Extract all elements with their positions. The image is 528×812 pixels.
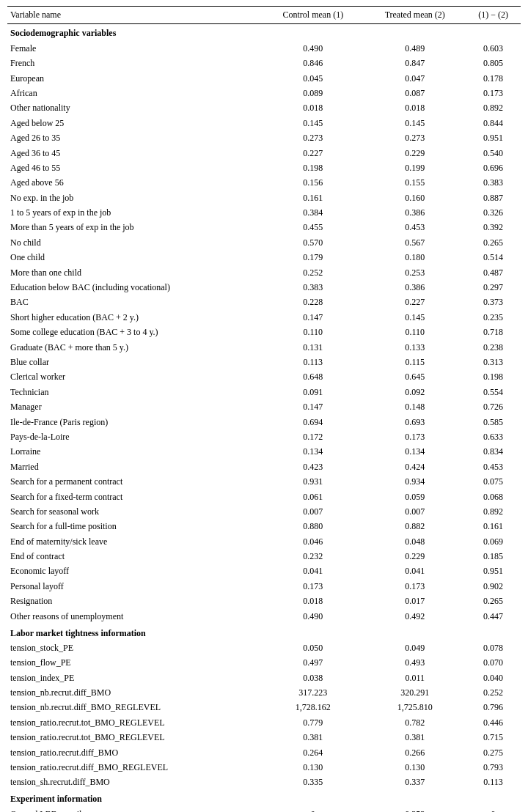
cell-value: 0.046 <box>262 534 364 549</box>
cell-value: 0.147 <box>262 310 364 325</box>
table-row: Some college education (BAC + 3 to 4 y.)… <box>7 325 521 340</box>
table-row: Married0.4230.4240.453 <box>7 459 521 474</box>
cell-value: 0.110 <box>262 325 364 340</box>
table-row: Aged 36 to 450.2270.2290.540 <box>7 146 521 160</box>
cell-value: 0.228 <box>262 295 364 310</box>
variable-name: Search for a fixed-term contract <box>7 490 262 504</box>
cell-value: 0.882 <box>364 520 466 534</box>
table-row: BAC0.2280.2270.373 <box>7 295 521 310</box>
statistics-table: Variable name Control mean (1) Treated m… <box>7 6 521 812</box>
table-row: Short higher education (BAC + 2 y.)0.147… <box>7 310 521 325</box>
cell-value: 0 <box>466 807 521 812</box>
cell-value: 0.092 <box>364 385 466 399</box>
cell-value: 0.844 <box>466 116 521 130</box>
table-row: Aged below 250.1450.1450.844 <box>7 116 521 130</box>
table-row: tension_ratio.recrut.diff_BMO_REGLEVEL0.… <box>7 761 521 775</box>
section-header-row: Sociodemographic variables <box>7 24 521 41</box>
col-header-variable: Variable name <box>7 7 262 24</box>
table-row: Graduate (BAC + more than 5 y.)0.1310.13… <box>7 340 521 355</box>
cell-value: 0.115 <box>364 355 466 369</box>
cell-value: 0.173 <box>262 579 364 594</box>
cell-value: 0.017 <box>364 594 466 609</box>
table-row: Opened LBB e-mail00.3530 <box>7 807 521 812</box>
variable-name: Economic layoff <box>7 564 262 579</box>
cell-value: 0.091 <box>262 385 364 399</box>
table-row: No exp. in the job0.1610.1600.887 <box>7 191 521 205</box>
table-row: Search for a fixed-term contract0.0610.0… <box>7 490 521 504</box>
variable-name: Graduate (BAC + more than 5 y.) <box>7 340 262 355</box>
col-header-treated: Treated mean (2) <box>364 7 466 24</box>
cell-value: 0.068 <box>466 490 521 504</box>
variable-name: More than one child <box>7 265 262 280</box>
table-row: tension_flow_PE0.4970.4930.070 <box>7 656 521 671</box>
cell-value: 0.337 <box>364 775 466 790</box>
variable-name: Opened LBB e-mail <box>7 807 262 812</box>
section-title: Experiment information <box>7 790 521 807</box>
cell-value: 0.113 <box>466 775 521 790</box>
cell-value: 0.497 <box>262 656 364 671</box>
cell-value: 0.353 <box>364 807 466 812</box>
cell-value: 0.718 <box>466 325 521 340</box>
cell-value: 0.273 <box>262 131 364 146</box>
cell-value: 0.173 <box>364 579 466 594</box>
variable-name: African <box>7 86 262 100</box>
variable-name: tension_stock_PE <box>7 641 262 655</box>
table-row: African0.0890.0870.173 <box>7 86 521 100</box>
cell-value: 0.049 <box>364 641 466 655</box>
cell-value: 0.252 <box>466 686 521 701</box>
table-row: Aged 26 to 350.2730.2730.951 <box>7 131 521 146</box>
table-row: Manager0.1470.1480.726 <box>7 400 521 415</box>
cell-value: 0.694 <box>262 415 364 429</box>
cell-value: 0.087 <box>364 86 466 100</box>
variable-name: tension_flow_PE <box>7 656 262 671</box>
cell-value: 0.796 <box>466 701 521 715</box>
cell-value: 0.880 <box>262 520 364 534</box>
cell-value: 0.198 <box>262 160 364 175</box>
variable-name: Search for a full-time position <box>7 520 262 534</box>
cell-value: 0.134 <box>262 445 364 459</box>
cell-value: 0.335 <box>262 775 364 790</box>
cell-value: 0.011 <box>364 671 466 685</box>
cell-value: 0.199 <box>364 160 466 175</box>
table-row: Blue collar0.1130.1150.313 <box>7 355 521 369</box>
cell-value: 0.229 <box>364 550 466 564</box>
cell-value: 0.424 <box>364 459 466 474</box>
variable-name: tension_nb.recrut.diff_BMO_REGLEVEL <box>7 701 262 715</box>
cell-value: 0.148 <box>364 400 466 415</box>
cell-value: 0.266 <box>364 745 466 760</box>
cell-value: 0.145 <box>262 116 364 130</box>
cell-value: 0.834 <box>466 445 521 459</box>
cell-value: 0.179 <box>262 251 364 265</box>
cell-value: 0.381 <box>364 731 466 745</box>
cell-value: 0.326 <box>466 206 521 221</box>
cell-value: 0.070 <box>466 656 521 671</box>
table-row: End of maternity/sick leave0.0460.0480.0… <box>7 534 521 549</box>
cell-value: 0.145 <box>364 310 466 325</box>
cell-value: 0.018 <box>364 101 466 116</box>
cell-value: 0.892 <box>466 504 521 519</box>
table-row: Other reasons of unemployment0.4900.4920… <box>7 609 521 624</box>
cell-value: 0.297 <box>466 281 521 295</box>
cell-value: 0.693 <box>364 415 466 429</box>
cell-value: 0.493 <box>364 656 466 671</box>
variable-name: Aged below 25 <box>7 116 262 130</box>
variable-name: Female <box>7 41 262 56</box>
section-header-row: Experiment information <box>7 790 521 807</box>
cell-value: 0.041 <box>364 564 466 579</box>
table-row: tension_ratio.recrut.tot_BMO_REGLEVEL0.7… <box>7 715 521 730</box>
cell-value: 0.567 <box>364 235 466 250</box>
variable-name: tension_ratio.recrut.tot_BMO_REGLEVEL <box>7 715 262 730</box>
cell-value: 0.178 <box>466 71 521 86</box>
variable-name: Ile-de-France (Paris region) <box>7 415 262 429</box>
cell-value: 0.050 <box>262 641 364 655</box>
variable-name: 1 to 5 years of exp in the job <box>7 206 262 221</box>
variable-name: Personal layoff <box>7 579 262 594</box>
variable-name: Aged 36 to 45 <box>7 146 262 160</box>
cell-value: 0.847 <box>364 56 466 71</box>
cell-value: 0.931 <box>262 475 364 490</box>
table-row: Search for seasonal work0.0070.0070.892 <box>7 504 521 519</box>
cell-value: 0.264 <box>262 745 364 760</box>
cell-value: 0.133 <box>364 340 466 355</box>
variable-name: Resignation <box>7 594 262 609</box>
variable-name: Blue collar <box>7 355 262 369</box>
